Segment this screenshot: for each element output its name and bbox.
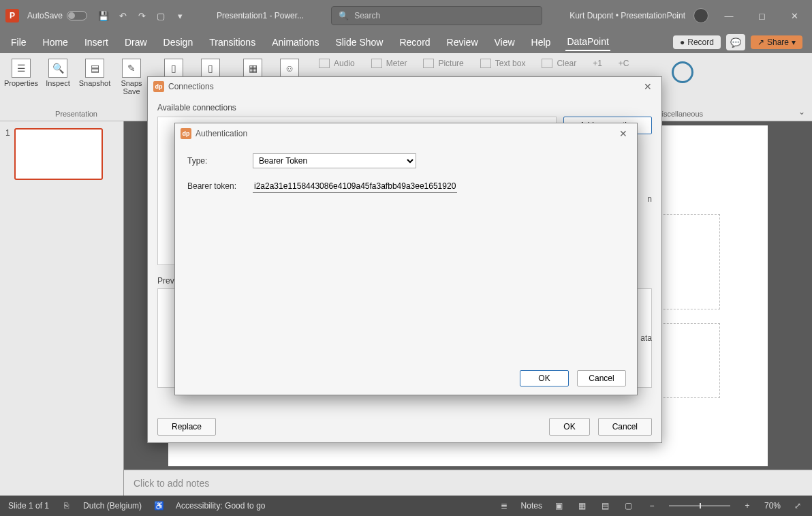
- search-placeholder: Search: [354, 11, 380, 20]
- menu-bar: File Home Insert Draw Design Transitions…: [0, 31, 812, 53]
- reading-view-icon[interactable]: ▤: [599, 501, 612, 511]
- connections-ok-button[interactable]: OK: [549, 418, 589, 436]
- accessibility-icon: ♿: [153, 501, 165, 511]
- comments-button[interactable]: 💬: [726, 34, 745, 50]
- dp-icon: dp: [153, 81, 164, 92]
- normal-view-icon[interactable]: ▣: [553, 501, 565, 511]
- notes-icon[interactable]: ≣: [498, 501, 510, 511]
- accessibility-label[interactable]: Accessibility: Good to go: [176, 501, 265, 511]
- tab-design[interactable]: Design: [162, 34, 195, 50]
- qat-more-icon[interactable]: ▾: [173, 10, 187, 22]
- fit-icon[interactable]: ⤢: [792, 501, 804, 511]
- token-input[interactable]: [253, 179, 457, 193]
- tab-view[interactable]: View: [493, 34, 516, 50]
- maximize-button[interactable]: ◻: [749, 5, 774, 26]
- minimize-button[interactable]: —: [717, 5, 741, 26]
- redo-icon[interactable]: ↷: [135, 10, 149, 22]
- auth-title: Authentication: [196, 129, 247, 138]
- search-icon: 🔍: [339, 11, 349, 20]
- autosave-label: AutoSave: [27, 11, 63, 20]
- plus1-button[interactable]: +1: [590, 57, 605, 70]
- properties-icon: ☰: [12, 59, 31, 78]
- zoom-in-icon[interactable]: +: [741, 501, 753, 511]
- slideshow-view-icon[interactable]: ▢: [623, 501, 635, 511]
- picture-button[interactable]: Picture: [420, 57, 466, 70]
- avatar[interactable]: [693, 8, 708, 23]
- tab-transitions[interactable]: Transitions: [208, 34, 257, 50]
- tab-insert[interactable]: Insert: [83, 34, 110, 50]
- search-input[interactable]: 🔍 Search: [331, 6, 542, 25]
- spellcheck-icon[interactable]: ⎘: [60, 501, 72, 511]
- snapshot-save-button[interactable]: ✎Snaps Save: [114, 56, 149, 98]
- notes-toggle[interactable]: Notes: [521, 501, 542, 511]
- doc-icon: ▯: [164, 59, 183, 78]
- slide-counter: Slide 1 of 1: [8, 501, 49, 511]
- user-label: Kurt Dupont • PresentationPoint: [569, 11, 685, 20]
- connections-titlebar: dp Connections ✕: [148, 77, 661, 96]
- audio-icon: [319, 59, 330, 68]
- snapshot-button[interactable]: ▤Snapshot: [78, 56, 112, 98]
- audio-button[interactable]: Audio: [316, 57, 358, 70]
- tab-animations[interactable]: Animations: [270, 34, 320, 50]
- person-icon: ☺: [280, 59, 299, 78]
- snapshot-icon: ▤: [85, 59, 104, 78]
- share-button[interactable]: ↗ Share ▾: [751, 35, 802, 49]
- slide-thumbnail[interactable]: [14, 128, 103, 180]
- circle-icon[interactable]: [672, 61, 693, 83]
- connections-title: Connections: [168, 82, 214, 91]
- available-label: Available connections: [157, 103, 652, 112]
- tab-record[interactable]: Record: [398, 34, 431, 50]
- tab-datapoint[interactable]: DataPoint: [565, 33, 610, 51]
- clear-button[interactable]: Clear: [539, 57, 579, 70]
- auth-titlebar: dp Authentication ✕: [175, 123, 637, 144]
- zoom-out-icon[interactable]: −: [646, 501, 658, 511]
- language-label[interactable]: Dutch (Belgium): [83, 501, 142, 511]
- save-icon[interactable]: 💾: [97, 10, 110, 22]
- type-select[interactable]: Bearer Token: [253, 153, 416, 168]
- plusc-button[interactable]: +C: [616, 57, 632, 70]
- group-misc: iscellaneous: [658, 53, 708, 121]
- zoom-slider[interactable]: [669, 505, 730, 506]
- dp-icon: dp: [181, 128, 191, 139]
- textbox-button[interactable]: Text box: [478, 57, 529, 70]
- autosave-toggle[interactable]: AutoSave: [27, 11, 87, 20]
- meter-icon: [371, 59, 382, 68]
- inspect-button[interactable]: 🔍Inspect: [41, 56, 75, 98]
- tab-home[interactable]: Home: [42, 34, 69, 50]
- connections-cancel-button[interactable]: Cancel: [598, 418, 652, 436]
- thumb-number: 1: [5, 128, 10, 180]
- auth-footer: OK Cancel: [520, 370, 626, 386]
- present-icon[interactable]: ▢: [154, 10, 168, 22]
- tab-review[interactable]: Review: [446, 34, 480, 50]
- connections-close-icon[interactable]: ✕: [640, 80, 656, 93]
- inspect-icon: 🔍: [48, 59, 67, 78]
- zoom-value[interactable]: 70%: [764, 501, 781, 511]
- group-presentation: ☰Properties 🔍Inspect ▤Snapshot ✎Snaps Sa…: [0, 53, 153, 121]
- thumbnail-panel: 1: [0, 121, 124, 496]
- sorter-view-icon[interactable]: ▦: [576, 501, 589, 511]
- tab-help[interactable]: Help: [530, 34, 552, 50]
- close-button[interactable]: ✕: [782, 5, 807, 26]
- undo-icon[interactable]: ↶: [116, 10, 129, 22]
- group-label: Presentation: [55, 110, 97, 119]
- replace-button[interactable]: Replace: [157, 418, 216, 436]
- auth-close-icon[interactable]: ✕: [615, 127, 631, 140]
- auth-ok-button[interactable]: OK: [520, 370, 569, 386]
- meter-button[interactable]: Meter: [369, 57, 410, 70]
- toggle-icon[interactable]: [67, 11, 87, 20]
- notes-pane[interactable]: Click to add notes: [124, 470, 812, 496]
- tab-draw[interactable]: Draw: [123, 34, 149, 50]
- tab-slideshow[interactable]: Slide Show: [334, 34, 384, 50]
- properties-button[interactable]: ☰Properties: [4, 56, 38, 98]
- tab-file[interactable]: File: [10, 34, 28, 50]
- record-button[interactable]: ● Record: [673, 35, 721, 49]
- title-bar: P AutoSave 💾 ↶ ↷ ▢ ▾ Presentation1 - Pow…: [0, 0, 812, 31]
- collapse-ribbon-icon[interactable]: ⌄: [798, 107, 805, 117]
- token-label: Bearer token:: [187, 181, 253, 191]
- status-bar: Slide 1 of 1 ⎘ Dutch (Belgium) ♿ Accessi…: [0, 496, 812, 516]
- connections-footer: Replace OK Cancel: [157, 418, 652, 436]
- layout-icon: ▦: [243, 59, 262, 78]
- snapshot-save-icon: ✎: [122, 59, 141, 78]
- auth-cancel-button[interactable]: Cancel: [577, 370, 626, 386]
- textbox-icon: [480, 59, 491, 68]
